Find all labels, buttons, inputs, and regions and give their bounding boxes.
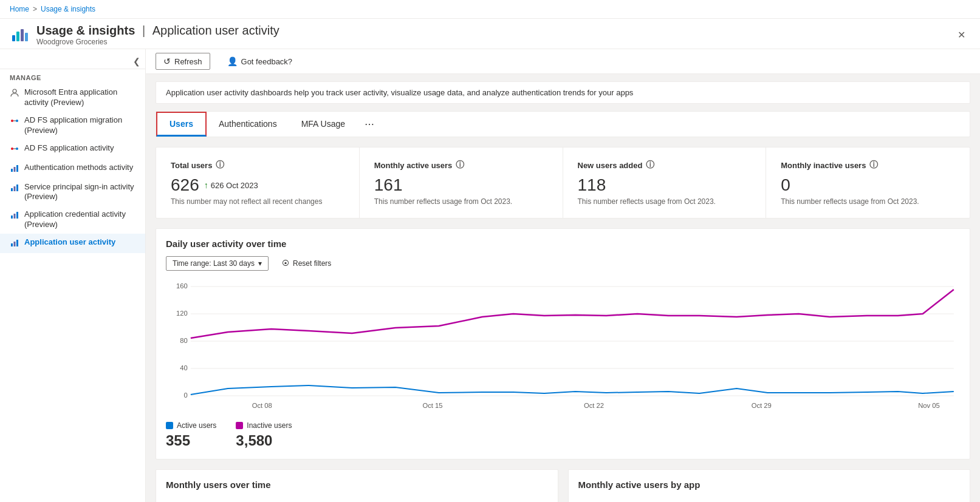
feedback-label: Got feedback? [241,57,293,66]
active-users-legend-value: 355 [166,432,216,449]
sidebar-item-microsoft-entra[interactable]: Microsoft Entra application activity (Pr… [0,84,145,112]
sidebar-item-app-user-activity[interactable]: Application user activity [0,234,145,253]
inactive-users-legend-dot [236,422,243,429]
service-icon [10,183,19,192]
new-users-value: 118 [578,175,606,195]
refresh-icon: ↺ [163,56,171,66]
svg-rect-10 [14,167,16,172]
svg-text:Oct 29: Oct 29 [752,402,772,409]
sidebar-item-adfs-migration[interactable]: AD FS application migration (Preview) [0,112,145,140]
stat-monthly-active: Monthly active users ⓘ 161 This number r… [360,148,563,218]
monthly-inactive-value: 0 [781,175,790,195]
usage-insights-icon [11,27,28,44]
active-users-legend-dot [166,422,173,429]
monthly-inactive-note: This number reflects usage from Oct 2023… [781,197,955,206]
monthly-inactive-info-icon[interactable]: ⓘ [869,160,878,171]
active-users-legend-label: Active users [177,421,216,430]
migrate-icon [10,116,19,126]
legend-inactive-users: Inactive users 3,580 [236,421,292,449]
svg-text:40: 40 [180,364,187,371]
monthly-active-info-icon[interactable]: ⓘ [456,160,464,171]
svg-point-7 [11,148,13,150]
total-users-change: ↑ 626 Oct 2023 [204,180,258,190]
page-title: Usage & insights | Application user acti… [36,24,279,38]
breadcrumb: Home > Usage & insights [0,0,980,19]
tabs-bar: Users Authentications MFA Usage ⋯ [156,111,970,137]
sidebar-item-microsoft-entra-label: Microsoft Entra application activity (Pr… [24,87,135,108]
svg-rect-17 [16,212,18,219]
sidebar-item-auth-methods[interactable]: Authentication methods activity [0,159,145,178]
new-users-info-icon[interactable]: ⓘ [646,160,654,171]
svg-rect-11 [16,165,18,172]
sidebar-item-service-principal[interactable]: Service principal sign-in activity (Prev… [0,178,145,206]
sidebar-item-auth-methods-label: Authentication methods activity [24,163,135,173]
svg-text:Oct 15: Oct 15 [423,402,443,409]
sidebar-item-adfs-migration-label: AD FS application migration (Preview) [24,115,135,136]
svg-text:120: 120 [176,310,188,317]
svg-point-5 [11,120,13,122]
svg-point-6 [16,120,18,122]
total-users-info-icon[interactable]: ⓘ [216,160,224,171]
close-button[interactable]: ✕ [953,27,970,43]
sidebar-collapse-button[interactable]: ❮ [0,54,145,69]
feedback-button[interactable]: 👤 Got feedback? [220,53,300,69]
total-users-note: This number may not reflect all recent c… [171,197,344,206]
tab-mfa-usage[interactable]: MFA Usage [289,113,357,136]
chevron-down-icon: ▾ [258,259,262,268]
tenant-name: Woodgrove Groceries [36,38,279,46]
bar-chart-icon [10,163,19,173]
sidebar: ❮ Manage Microsoft Entra application act… [0,49,146,502]
stats-row: Total users ⓘ 626 ↑ 626 Oct 2023 This nu… [156,147,970,219]
bottom-charts: Monthly users over time Monthly active u… [156,469,970,502]
time-range-label: Time range: Last 30 days [173,259,255,268]
credential-icon [10,210,19,220]
breadcrumb-home[interactable]: Home [10,5,29,13]
svg-rect-15 [11,215,13,219]
inactive-users-legend-label: Inactive users [247,421,292,430]
svg-rect-2 [21,29,24,41]
manage-label: Manage [0,69,145,84]
svg-rect-12 [11,188,13,191]
header-icon [10,25,29,45]
content-scroll: Application user activity dashboards hel… [146,74,980,502]
description-text: Application user activity dashboards hel… [166,88,633,97]
reset-filters-label: Reset filters [293,259,331,268]
svg-text:0: 0 [183,392,187,399]
stat-new-users: New users added ⓘ 118 This number reflec… [563,148,767,218]
sidebar-item-app-user-activity-label: Application user activity [24,237,135,248]
monthly-users-over-time-card: Monthly users over time [156,469,558,502]
reset-filters-button[interactable]: ⦿ Reset filters [276,257,337,270]
monthly-users-title: Monthly users over time [166,480,548,490]
breadcrumb-separator: > [33,5,37,13]
sidebar-item-credential-activity[interactable]: Application credential activity (Preview… [0,206,145,234]
svg-rect-18 [11,243,13,246]
filter-icon: ⦿ [282,259,289,268]
svg-point-4 [13,89,16,93]
app-user-icon [10,238,19,248]
svg-rect-14 [16,185,18,191]
tab-users[interactable]: Users [156,112,207,137]
svg-rect-1 [16,32,19,41]
tab-more-button[interactable]: ⋯ [357,112,382,136]
inactive-users-legend-value: 3,580 [236,432,292,449]
svg-rect-20 [16,240,18,246]
total-users-value: 626 [171,175,199,195]
svg-text:Oct 22: Oct 22 [584,402,604,409]
stat-total-users: Total users ⓘ 626 ↑ 626 Oct 2023 This nu… [156,148,360,218]
new-users-note: This number reflects usage from Oct 2023… [578,197,752,206]
feedback-icon: 👤 [227,56,238,66]
svg-rect-3 [25,33,28,41]
chart-legend: Active users 355 Inactive users 3,580 [166,421,960,449]
content-area: ↺ Refresh 👤 Got feedback? Application us… [146,49,980,502]
svg-rect-13 [14,186,16,191]
refresh-label: Refresh [174,57,202,66]
monthly-active-by-app-title: Monthly active users by app [578,480,961,490]
breadcrumb-current: Usage & insights [41,5,95,13]
sidebar-item-adfs-activity[interactable]: AD FS application activity [0,140,145,159]
stat-monthly-inactive: Monthly inactive users ⓘ 0 This number r… [766,148,970,218]
refresh-button[interactable]: ↺ Refresh [156,53,210,70]
tab-authentications[interactable]: Authentications [207,113,289,136]
chart-section: Daily user activity over time Time range… [156,228,970,460]
time-range-button[interactable]: Time range: Last 30 days ▾ [166,256,269,271]
svg-text:Oct 08: Oct 08 [252,402,272,409]
